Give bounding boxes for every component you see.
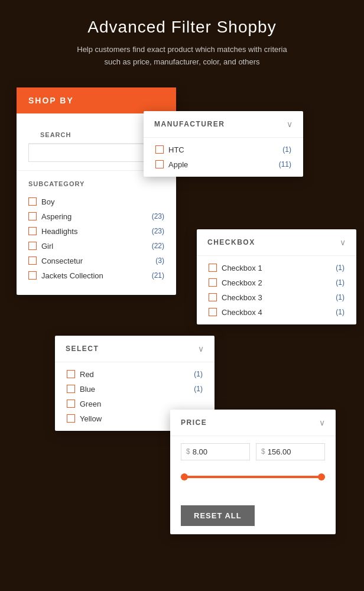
select-item-label: Yellow (80, 414, 102, 423)
price-panel: PRICE ∨ $ $ R (170, 410, 336, 534)
subcategory-item-count: (21) (152, 271, 164, 280)
checkbox-item-count: (1) (336, 293, 344, 301)
manufacturer-item-count: (11) (279, 160, 291, 168)
checkbox-item[interactable]: Checkbox 1 (1) (197, 261, 356, 275)
checkbox-icon (67, 385, 75, 393)
reset-section: RESET ALL (170, 497, 336, 534)
price-inputs: $ $ (170, 436, 336, 467)
price-min-symbol: $ (186, 447, 190, 456)
checkbox-icon (67, 414, 75, 423)
price-range-fill (181, 476, 325, 478)
select-header: SELECT ∨ (55, 336, 214, 362)
subcategory-item-label: Consectetur (41, 256, 83, 265)
checkbox-item-label: Checkbox 3 (222, 293, 262, 302)
checkbox-item[interactable]: Checkbox 3 (1) (197, 290, 356, 305)
price-range-thumb-right[interactable] (318, 473, 325, 480)
price-chevron-icon: ∨ (319, 418, 325, 427)
manufacturer-item-label: HTC (168, 145, 184, 154)
manufacturer-label: MANUFACTURER (154, 120, 225, 128)
subcategory-item-label: Boy (41, 197, 54, 206)
checkbox-icon (28, 242, 37, 250)
checkbox-icon (209, 278, 217, 287)
select-label: SELECT (66, 345, 99, 353)
price-max-wrapper: $ (256, 443, 325, 460)
subcategory-label: SUBCATEGORY (17, 177, 176, 194)
subcategory-item[interactable]: Boy (17, 194, 176, 209)
price-header: PRICE ∨ (170, 410, 336, 436)
subcategory-item-count: (3) (155, 256, 164, 265)
manufacturer-item-label: Apple (168, 160, 188, 169)
checkbox-item-count: (1) (336, 308, 344, 316)
panels-container: SHOP BY SEARCH SUBCATEGORY Boy Aspering … (17, 87, 347, 513)
checkbox-item-count: (1) (336, 264, 344, 272)
subcategory-item-label: Girl (41, 242, 53, 251)
manufacturer-chevron-icon: ∨ (287, 119, 292, 129)
select-item-label: Blue (80, 385, 95, 394)
page-subtitle: Help customers find exact product which … (70, 44, 294, 69)
price-label: PRICE (181, 418, 207, 427)
checkbox-chevron-icon: ∨ (340, 238, 346, 247)
checkbox-icon (209, 293, 217, 301)
manufacturer-header: MANUFACTURER ∨ (144, 111, 303, 138)
price-range-container (170, 467, 336, 497)
checkbox-icon (209, 264, 217, 272)
subcategory-item[interactable]: Headlights (23) (17, 224, 176, 239)
subcategory-item-count: (22) (152, 242, 164, 250)
select-item-count: (1) (194, 385, 203, 393)
price-min-wrapper: $ (181, 443, 250, 460)
subcategory-item[interactable]: Aspering (23) (17, 209, 176, 224)
checkbox-label: CHECKBOX (207, 238, 255, 246)
select-item[interactable]: Red (1) (55, 367, 214, 382)
select-item-count: (1) (194, 370, 203, 378)
checkbox-icon (67, 370, 75, 378)
subcategory-section: SUBCATEGORY Boy Aspering (23) Headlights… (17, 171, 176, 289)
price-range-track (181, 476, 325, 478)
price-max-input[interactable] (268, 447, 320, 456)
select-chevron-icon: ∨ (198, 344, 204, 353)
checkbox-item[interactable]: Checkbox 4 (1) (197, 305, 356, 320)
shop-by-header: SHOP BY (17, 87, 176, 113)
subcategory-item-label: Aspering (41, 212, 72, 221)
price-max-symbol: $ (261, 447, 265, 456)
manufacturer-item[interactable]: Apple (11) (144, 157, 303, 172)
subcategory-item-label: Headlights (41, 227, 77, 236)
checkbox-header: CHECKBOX ∨ (197, 229, 356, 256)
checkbox-icon (155, 145, 164, 154)
select-item-label: Red (80, 370, 94, 379)
select-item[interactable]: Blue (1) (55, 382, 214, 397)
price-min-input[interactable] (193, 447, 245, 456)
price-range-thumb-left[interactable] (181, 473, 188, 480)
checkbox-item-count: (1) (336, 278, 344, 287)
checkbox-item-label: Checkbox 4 (222, 308, 262, 317)
subcategory-item-count: (23) (152, 212, 164, 220)
subcategory-item-label: Jackets Collection (41, 271, 103, 280)
checkbox-icon (28, 197, 37, 206)
checkbox-panel: CHECKBOX ∨ Checkbox 1 (1) Checkbox 2 (1)… (197, 229, 356, 324)
subcategory-item-count: (23) (152, 227, 164, 235)
checkbox-body: Checkbox 1 (1) Checkbox 2 (1) Checkbox 3… (197, 256, 356, 324)
subcategory-item[interactable]: Girl (22) (17, 239, 176, 254)
manufacturer-body: HTC (1) Apple (11) (144, 138, 303, 177)
checkbox-icon (28, 212, 37, 220)
manufacturer-item-count: (1) (282, 145, 291, 154)
checkbox-item[interactable]: Checkbox 2 (1) (197, 275, 356, 290)
checkbox-icon (28, 271, 37, 280)
checkbox-icon (28, 227, 37, 235)
page-title: Advanced Filter Shopby (87, 18, 276, 37)
manufacturer-panel: MANUFACTURER ∨ HTC (1) Apple (11) (144, 111, 303, 177)
manufacturer-item[interactable]: HTC (1) (144, 142, 303, 157)
checkbox-item-label: Checkbox 2 (222, 278, 262, 287)
checkbox-icon (155, 160, 164, 168)
subcategory-item[interactable]: Jackets Collection (21) (17, 268, 176, 283)
checkbox-icon (209, 308, 217, 316)
checkbox-item-label: Checkbox 1 (222, 264, 262, 272)
checkbox-icon (28, 256, 37, 265)
select-item-label: Green (80, 400, 101, 408)
checkbox-icon (67, 400, 75, 408)
reset-all-button[interactable]: RESET ALL (181, 505, 255, 526)
subcategory-item[interactable]: Consectetur (3) (17, 254, 176, 268)
